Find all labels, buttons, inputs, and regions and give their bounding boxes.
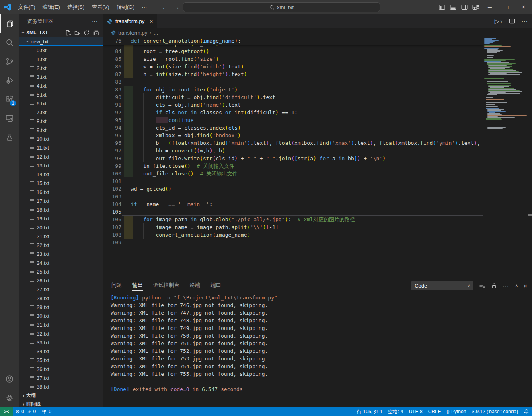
source-control-icon[interactable] [0,52,19,71]
cursor-position[interactable]: 行 105, 列 1 [354,407,385,416]
toggle-secondary-sidebar-icon[interactable] [459,0,470,14]
ports-status[interactable]: 0 [39,407,54,416]
remote-explorer-icon[interactable] [0,109,19,128]
file-item[interactable]: 11.txt [19,143,103,152]
file-item[interactable]: 1.txt [19,55,103,64]
code-line[interactable]: 93 continue [103,116,483,124]
file-item[interactable]: 15.txt [19,179,103,187]
run-debug-icon[interactable] [0,71,19,90]
timeline-section[interactable]: › 时间线 [19,400,103,407]
notifications-bell-icon[interactable] [521,407,532,416]
code-line[interactable]: 103 [103,193,483,200]
sidebar-more-icon[interactable]: ··· [92,18,97,24]
file-item[interactable]: 6.txt [19,99,103,108]
code-line[interactable]: tree = ET.parse(in_file) [103,45,483,47]
output-console[interactable]: [Running] python -u "f:\Project\xml_txt\… [111,294,528,393]
maximize-panel-icon[interactable]: ∧ [515,283,518,288]
extensions-icon[interactable]: 1 [0,90,19,109]
back-icon[interactable]: ← [162,4,168,10]
sticky-scroll-line[interactable]: 76def convert_annotation(image_name): [103,37,483,45]
code-line[interactable]: 89for obj in root.iter('object'): [103,86,483,93]
explorer-icon[interactable] [0,14,19,33]
file-item[interactable]: 20.txt [19,223,103,232]
run-python-file-button[interactable]: ▷∨ [495,18,503,25]
code-line[interactable]: 98out_file.write(str(cls_id) + " " + " "… [103,154,483,162]
section-xml-txt[interactable]: › XML_TXT [19,28,103,37]
file-item[interactable]: 33.txt [19,338,103,347]
breadcrumb[interactable]: transform.py › ... [103,28,532,37]
code-line[interactable]: 100out_file.close() # 关闭输出文件 [103,170,483,177]
file-item[interactable]: 5.txt [19,90,103,99]
eol-status[interactable]: CRLF [425,407,444,416]
file-item[interactable]: 12.txt [19,152,103,161]
code-line[interactable]: 107image_name = image_path.split('\\')[-… [103,223,483,231]
file-item[interactable]: 29.txt [19,303,103,311]
code-line[interactable]: 104if __name__ == '__main__': [103,200,483,208]
code-line[interactable]: 102wd = getcwd() [103,185,483,193]
search-view-icon[interactable] [0,33,19,52]
code-line[interactable]: 92if cls not in classes or int(difficult… [103,109,483,116]
python-interpreter[interactable]: 3.9.12 ('base': conda) [469,407,521,416]
file-item[interactable]: 31.txt [19,320,103,329]
file-item[interactable]: 22.txt [19,241,103,249]
new-file-icon[interactable] [65,30,71,36]
menu-item-3[interactable]: 查看(V) [88,4,113,10]
encoding-status[interactable]: UTF-8 [406,407,425,416]
panel-tab-3[interactable]: 终端 [190,280,200,290]
code-line[interactable]: 84root = tree.getroot() [103,47,483,55]
folder-new-txt[interactable]: › new_txt [19,37,103,46]
file-item[interactable]: 36.txt [19,365,103,373]
file-item[interactable]: 37.txt [19,373,103,382]
code-line[interactable]: 94cls_id = classes.index(cls) [103,124,483,132]
panel-tab-1[interactable]: 输出 [132,280,143,291]
breadcrumb-file[interactable]: transform.py [118,30,147,36]
file-item[interactable]: 4.txt [19,81,103,90]
file-item[interactable]: 35.txt [19,356,103,365]
panel-tab-2[interactable]: 调试控制台 [153,280,179,290]
file-item[interactable]: 9.txt [19,126,103,134]
file-item[interactable]: 2.txt [19,64,103,72]
file-item[interactable]: 17.txt [19,196,103,205]
output-channel-select[interactable]: Code ∨ [411,281,473,290]
file-item[interactable]: 10.txt [19,134,103,143]
code-editor[interactable]: 76def convert_annotation(image_name): tr… [103,37,483,279]
code-line[interactable]: 106for image_path in glob.glob("./pic_al… [103,216,483,223]
panel-tab-0[interactable]: 问题 [111,280,122,290]
file-item[interactable]: 3.txt [19,72,103,81]
code-line[interactable]: 95xmlbox = obj.find('bndbox') [103,132,483,139]
new-folder-icon[interactable] [74,30,80,36]
file-item[interactable]: 38.txt [19,382,103,391]
file-item[interactable]: 32.txt [19,329,103,338]
tab-transform-py[interactable]: transform.py × [103,14,157,28]
toggle-sidebar-icon[interactable] [436,0,448,14]
language-status[interactable]: {} Python [444,407,469,416]
code-line[interactable]: 88 [103,78,483,86]
file-item[interactable]: 16.txt [19,187,103,196]
refresh-icon[interactable] [84,30,90,36]
menu-item-5[interactable]: ··· [138,4,150,10]
command-center-search[interactable]: xml_txt [183,2,380,12]
code-line[interactable]: 91cls = obj.find('name').text [103,101,483,109]
file-item[interactable]: 27.txt [19,285,103,294]
code-line[interactable]: 108convert_annotation(image_name) [103,231,483,239]
unlock-icon[interactable] [491,283,497,289]
code-line[interactable]: 90difficult = obj.find('difficult').text [103,93,483,101]
customize-layout-icon[interactable] [470,0,481,14]
menu-item-1[interactable]: 编辑(E) [39,4,64,10]
collapse-all-icon[interactable] [93,30,99,36]
toggle-panel-icon[interactable] [448,0,459,14]
file-item[interactable]: 30.txt [19,311,103,320]
close-panel-icon[interactable]: × [524,282,527,289]
file-item[interactable]: 7.txt [19,108,103,117]
file-item[interactable]: 28.txt [19,294,103,303]
file-item[interactable]: 24.txt [19,258,103,267]
file-item[interactable]: 19.txt [19,214,103,223]
menu-item-0[interactable]: 文件(F) [14,4,39,10]
code-line[interactable]: 101 [103,177,483,185]
file-item[interactable]: 13.txt [19,161,103,170]
code-line[interactable]: 85size = root.find('size') [103,55,483,63]
testing-icon[interactable] [0,128,19,146]
close-button[interactable]: × [515,0,532,14]
file-item[interactable]: 25.txt [19,267,103,276]
outline-section[interactable]: › 大纲 [19,391,103,400]
